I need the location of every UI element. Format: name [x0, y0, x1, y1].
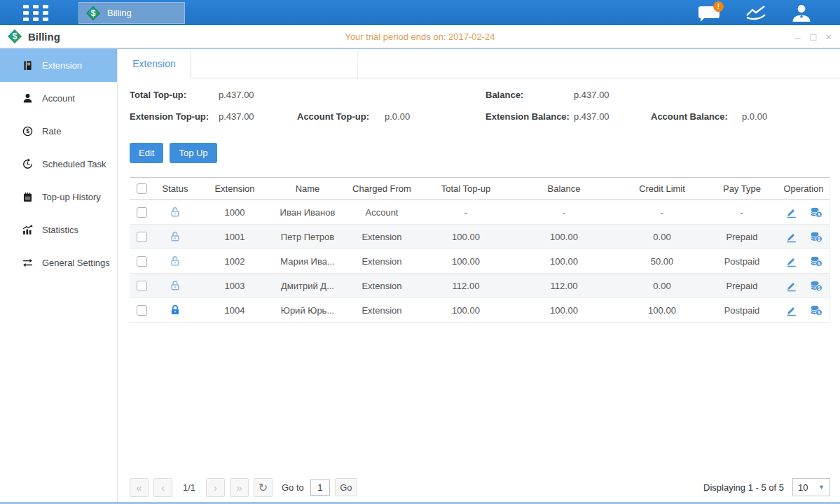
window-title: Billing — [28, 31, 60, 43]
cell-pay-type: - — [707, 207, 777, 218]
refresh-icon[interactable]: ↻ — [254, 478, 273, 497]
main-panel: Extension Total Top-up: p.437.00 Balance… — [118, 49, 840, 502]
maximize-icon[interactable]: □ — [810, 31, 816, 42]
edit-pencil-icon[interactable] — [785, 304, 798, 317]
cell-name: Петр Петров — [273, 232, 343, 242]
balance-summary: Total Top-up: p.437.00 Balance: p.437.00… — [130, 88, 840, 132]
sidebar-item-statistics[interactable]: Statistics — [0, 214, 117, 246]
sidebar-item-account[interactable]: Account — [0, 82, 117, 115]
balance-label: Balance: — [486, 90, 523, 100]
window-titlebar: $ Billing Your trial period ends on: 201… — [0, 25, 840, 48]
cell-extension: 1001 — [197, 232, 273, 242]
sidebar-item-scheduled-task[interactable]: Scheduled Task — [0, 148, 117, 181]
goto-label: Go to — [282, 482, 304, 493]
top-up-coins-icon[interactable]: $ — [809, 230, 823, 244]
page-size-select[interactable]: 10 ▼ — [792, 478, 830, 496]
messages-icon[interactable]: ! — [698, 4, 721, 21]
top-up-coins-icon[interactable]: $ — [809, 279, 823, 293]
col-status: Status — [153, 183, 197, 194]
top-up-button[interactable]: Top Up — [170, 143, 216, 163]
table-row[interactable]: 1004 Юрий Юрь... Extension 100.00 100.00… — [130, 298, 829, 323]
tab-extension[interactable]: Extension — [118, 49, 191, 78]
pagination-bar: « ‹ 1/1 › » ↻ Go to Go Displaying 1 - 5 … — [130, 477, 830, 497]
row-checkbox[interactable] — [137, 256, 147, 267]
table-row[interactable]: 1003 Дмитрий Д... Extension 112.00 112.0… — [130, 274, 829, 298]
table-row[interactable]: 1002 Мария Ива... Extension 100.00 100.0… — [130, 249, 829, 274]
select-all-checkbox[interactable] — [137, 183, 147, 194]
close-icon[interactable]: × — [825, 31, 832, 42]
svg-text:$: $ — [818, 211, 820, 217]
edit-button[interactable]: Edit — [130, 143, 163, 163]
col-balance: Balance — [511, 183, 617, 194]
sidebar-item-general-settings[interactable]: General Settings — [0, 246, 117, 279]
app-menu-grid-icon[interactable] — [23, 5, 48, 21]
cell-extension: 1004 — [197, 305, 273, 316]
prev-page-button[interactable]: ‹ — [153, 478, 172, 497]
unlocked-icon — [169, 206, 181, 218]
edit-pencil-icon[interactable] — [785, 230, 798, 244]
edit-pencil-icon[interactable] — [785, 279, 798, 293]
tabstrip: Extension — [118, 49, 840, 78]
next-page-button[interactable]: › — [206, 478, 225, 497]
notification-badge: ! — [713, 1, 724, 12]
cell-credit-limit: 0.00 — [617, 281, 707, 291]
sidebar-item-label: Account — [42, 93, 75, 104]
table-row[interactable]: 1000 Иван Иванов Account - - - - — [130, 200, 829, 225]
sidebar-item-extension[interactable]: Extension — [0, 49, 117, 82]
reports-chart-icon[interactable] — [744, 4, 768, 22]
sidebar-item-label: Top-up History — [42, 192, 101, 202]
cell-total-topup: 100.00 — [421, 232, 511, 242]
user-account-icon[interactable] — [791, 4, 812, 22]
col-total-topup: Total Top-up — [421, 183, 511, 194]
last-page-button[interactable]: » — [230, 478, 249, 497]
table-row[interactable]: 1001 Петр Петров Extension 100.00 100.00… — [130, 225, 829, 249]
cell-credit-limit: - — [617, 207, 707, 218]
cell-balance: - — [511, 207, 617, 218]
minimize-icon[interactable]: – — [795, 31, 801, 42]
goto-page-input[interactable] — [310, 479, 330, 496]
total-topup-label: Total Top-up: — [130, 90, 186, 100]
cell-charged-from: Extension — [343, 281, 421, 291]
cell-total-topup: - — [421, 207, 511, 218]
cell-balance: 100.00 — [511, 256, 617, 267]
unlocked-icon — [169, 230, 181, 243]
topup-history-notebook-icon — [22, 191, 34, 203]
cell-pay-type: Postpaid — [707, 256, 777, 267]
cell-credit-limit: 0.00 — [617, 232, 707, 242]
edit-pencil-icon[interactable] — [785, 206, 798, 219]
cell-extension: 1000 — [197, 207, 273, 218]
cell-name: Юрий Юрь... — [273, 305, 343, 316]
extension-balance-value: p.437.00 — [574, 111, 610, 122]
sidebar-item-label: Statistics — [42, 225, 78, 235]
sidebar-item-label: Scheduled Task — [42, 159, 106, 169]
cell-charged-from: Extension — [343, 256, 421, 267]
taskbar-tab-label: Billing — [107, 8, 132, 18]
displaying-text: Displaying 1 - 5 of 5 — [703, 482, 784, 493]
go-button[interactable]: Go — [335, 478, 357, 496]
sidebar-item-rate[interactable]: $ Rate — [0, 115, 117, 148]
cell-balance: 100.00 — [511, 232, 617, 242]
row-checkbox[interactable] — [137, 207, 147, 218]
cell-extension: 1003 — [197, 281, 273, 291]
taskbar-tab-billing[interactable]: $ Billing — [78, 2, 185, 24]
row-checkbox[interactable] — [137, 232, 147, 242]
cell-charged-from: Extension — [343, 305, 421, 316]
extension-table: Status Extension Name Charged From Total… — [130, 177, 830, 323]
sidebar-item-label: Rate — [42, 126, 61, 136]
col-charged-from: Charged From — [343, 183, 421, 194]
top-up-coins-icon[interactable]: $ — [809, 255, 823, 268]
row-checkbox[interactable] — [137, 305, 147, 316]
top-up-coins-icon[interactable]: $ — [809, 206, 823, 219]
statistics-chart-icon — [22, 224, 34, 236]
extension-topup-value: p.437.00 — [219, 111, 254, 122]
screen: $ Billing ! — [0, 0, 840, 504]
sidebar-item-topup-history[interactable]: Top-up History — [0, 181, 117, 214]
edit-pencil-icon[interactable] — [785, 255, 798, 268]
first-page-button[interactable]: « — [130, 478, 149, 497]
sidebar: Extension Account $ Rate — [0, 49, 118, 502]
cell-name: Мария Ива... — [273, 256, 343, 267]
top-up-coins-icon[interactable]: $ — [809, 304, 823, 317]
row-checkbox[interactable] — [137, 281, 147, 291]
account-topup-label: Account Top-up: — [297, 111, 369, 122]
extension-topup-label: Extension Top-up: — [130, 111, 209, 122]
